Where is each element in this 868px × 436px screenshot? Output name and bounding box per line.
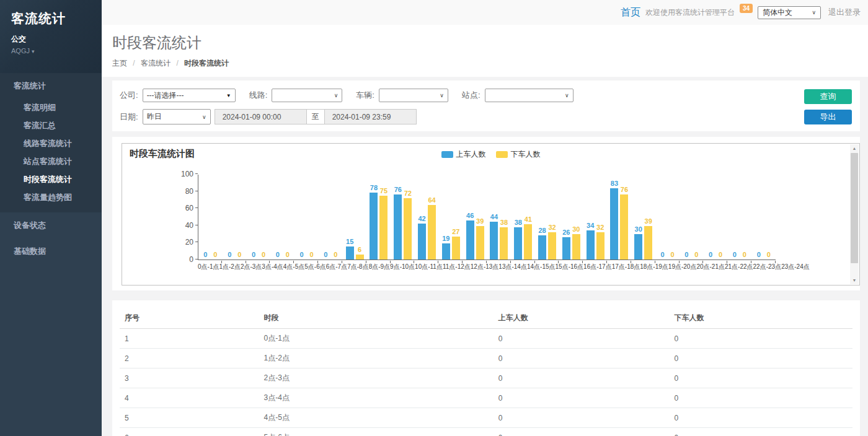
company-select[interactable]: ---请选择--- ▼	[143, 89, 236, 102]
chart-category: 156	[343, 175, 367, 259]
date-start-input[interactable]: 2024-01-09 00:00	[215, 110, 306, 124]
sidebar-subitem[interactable]: 客流汇总	[0, 117, 102, 135]
breadcrumb-current: 时段客流统计	[184, 59, 229, 68]
bar-alighting: 76	[620, 186, 628, 259]
cell-seq: 4	[120, 388, 259, 408]
y-axis-tick	[195, 173, 198, 174]
vehicle-select[interactable]: ∨	[379, 89, 448, 102]
sidebar-subitem[interactable]: 时段客流统计	[0, 171, 102, 189]
bar-alighting: 0	[332, 251, 340, 259]
vehicle-label: 车辆:	[356, 90, 374, 101]
chart-category: 00	[223, 175, 247, 259]
notification-badge[interactable]: 34	[740, 4, 753, 13]
bar-rect	[476, 226, 484, 259]
topbar: 首页 欢迎使用客流统计管理平台 34 简体中文 ∨ 退出登录	[102, 0, 868, 25]
legend-swatch-icon	[496, 151, 508, 158]
user-menu[interactable]: AQGJ▾	[11, 47, 92, 54]
date-preset-value: 昨日	[147, 111, 162, 122]
chart-scrollbar[interactable]: ▲ ▼	[850, 144, 859, 284]
header-alighting: 下车人数	[669, 308, 852, 329]
bar-rect	[587, 230, 595, 259]
bar-rect	[404, 198, 412, 259]
sidebar-subitem[interactable]: 客流明细	[0, 99, 102, 117]
sidebar-subitem[interactable]: 站点客流统计	[0, 153, 102, 171]
line-filter: 线路: ∨	[249, 89, 343, 102]
legend-item[interactable]: 下车人数	[496, 149, 541, 160]
sidebar-item-passenger-stats[interactable]: 客流统计	[0, 73, 102, 99]
bar-alighting: 39	[476, 218, 484, 259]
sidebar-subitem[interactable]: 客流量趋势图	[0, 189, 102, 207]
company-label: 公司:	[120, 90, 138, 101]
cell-seq: 5	[120, 408, 259, 428]
chart-category: 3039	[631, 175, 655, 259]
chart-category: 00	[680, 175, 704, 259]
bar-rect	[562, 237, 570, 259]
language-select[interactable]: 简体中文 ∨	[758, 6, 821, 19]
scroll-down-icon[interactable]: ▼	[852, 276, 857, 284]
station-label: 站点:	[462, 90, 480, 101]
bar-rect	[644, 226, 652, 259]
language-select-value: 简体中文	[763, 7, 792, 18]
breadcrumb-passenger-stats[interactable]: 客流统计	[141, 59, 170, 68]
sidebar-item-base-data[interactable]: 基础数据	[0, 238, 102, 264]
bar-value-label: 0	[694, 251, 698, 258]
bar-value-label: 41	[525, 216, 532, 223]
date-end-input[interactable]: 2024-01-09 23:59	[325, 110, 416, 124]
bar-rect	[418, 224, 426, 259]
bar-rect	[500, 227, 508, 259]
legend-item[interactable]: 上车人数	[441, 149, 486, 160]
bar-alighting: 30	[572, 226, 580, 259]
bar-boarding: 0	[658, 251, 666, 259]
bar-rect	[490, 222, 498, 259]
sidebar-subitem[interactable]: 线路客流统计	[0, 135, 102, 153]
chevron-down-icon: ∨	[202, 114, 206, 120]
table-row: 10点-1点00	[120, 329, 852, 349]
bar-value-label: 39	[476, 218, 484, 225]
logout-link[interactable]: 退出登录	[828, 7, 861, 18]
x-axis-label: 3点-4点	[262, 263, 283, 271]
bar-value-label: 0	[767, 251, 771, 258]
sidebar-header: 客流统计 公交 AQGJ▾	[0, 0, 102, 73]
bar-value-label: 34	[587, 222, 594, 229]
cell-alighting: 0	[669, 428, 852, 436]
company-select-value: ---请选择---	[147, 90, 184, 101]
bar-value-label: 76	[621, 186, 628, 193]
scroll-up-icon[interactable]: ▲	[852, 144, 857, 152]
breadcrumb: 主页 / 客流统计 / 时段客流统计	[112, 58, 868, 69]
sidebar-item-device-status[interactable]: 设备状态	[0, 212, 102, 238]
bar-value-label: 0	[660, 251, 664, 258]
chart-panel: 时段车流统计图 上车人数下车人数 00000000000015678757672…	[112, 137, 860, 290]
bar-boarding: 28	[538, 227, 546, 259]
chart-category: 00	[270, 175, 294, 259]
sidebar-subnav: 客流明细客流汇总线路客流统计站点客流统计时段客流统计客流量趋势图	[0, 99, 102, 212]
table-row: 32点-3点00	[120, 368, 852, 388]
breadcrumb-home[interactable]: 主页	[112, 59, 127, 68]
scrollbar-thumb[interactable]	[851, 153, 858, 263]
cell-seq: 6	[120, 428, 259, 436]
line-select[interactable]: ∨	[272, 89, 342, 102]
bar-value-label: 15	[346, 238, 353, 245]
org-name: 公交	[11, 34, 92, 45]
bar-value-label: 0	[213, 251, 217, 258]
station-select[interactable]: ∨	[485, 89, 574, 102]
header-boarding: 上车人数	[494, 308, 670, 329]
bar-alighting: 6	[356, 246, 364, 259]
bar-value-label: 0	[719, 251, 722, 258]
x-axis-label: 1点-2点	[219, 263, 240, 271]
chart-title: 时段车流统计图	[130, 148, 195, 160]
date-preset-select[interactable]: 昨日 ∨	[143, 109, 211, 124]
chart-category: 2832	[535, 175, 559, 259]
query-button[interactable]: 查询	[804, 89, 852, 104]
x-axis-label: 23点-24点	[781, 263, 810, 271]
date-to-label: 至	[306, 110, 325, 124]
cell-alighting: 0	[669, 388, 852, 408]
x-axis-label: 10点-11点	[415, 263, 443, 271]
bar-alighting: 39	[644, 218, 652, 259]
bar-value-label: 76	[394, 186, 402, 193]
bar-value-label: 0	[334, 251, 337, 258]
bar-rect	[370, 193, 378, 259]
export-button[interactable]: 导出	[804, 110, 852, 124]
home-link[interactable]: 首页	[621, 6, 640, 19]
cell-alighting: 0	[669, 329, 852, 349]
chart-category: 00	[198, 175, 223, 259]
